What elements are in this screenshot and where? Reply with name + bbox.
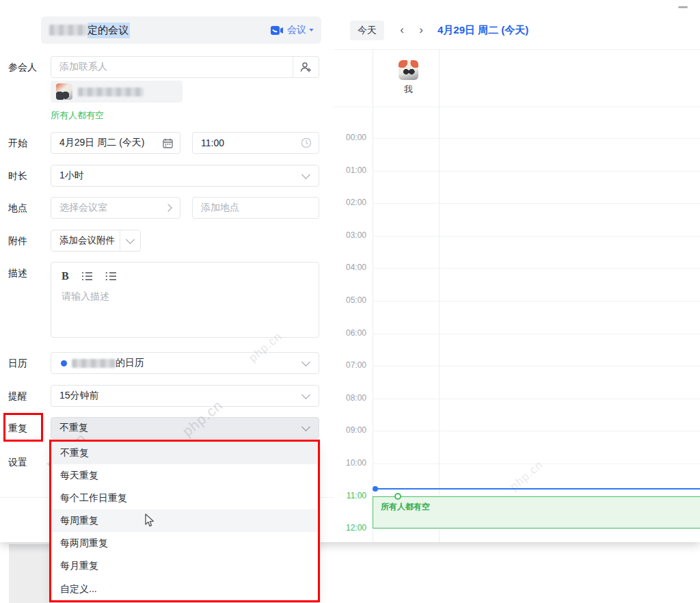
start-date-value: 4月29日 周二 (今天) — [51, 137, 144, 149]
add-person-button[interactable] — [293, 62, 319, 73]
participant-chip[interactable] — [51, 81, 183, 103]
next-day-button[interactable]: › — [414, 23, 428, 37]
meeting-room-placeholder: 选择会议室 — [51, 202, 107, 214]
grid-vline — [439, 49, 440, 542]
meeting-room-select[interactable]: 选择会议室 — [51, 197, 180, 219]
participant-avatar — [56, 83, 72, 100]
hour-gridline — [373, 366, 700, 366]
clock-icon — [301, 137, 312, 148]
meeting-type-selector[interactable]: 会议 — [271, 24, 313, 36]
prev-day-button[interactable]: ‹ — [395, 23, 409, 37]
start-time-value: 11:00 — [193, 137, 224, 148]
add-attachment-button[interactable]: 添加会议附件 — [51, 230, 141, 252]
hour-gridline — [373, 236, 700, 237]
attachment-dropdown-toggle[interactable] — [120, 239, 140, 243]
availability-status: 所有人都有空 — [51, 109, 104, 122]
event-block[interactable]: 所有人都有空 — [373, 496, 700, 528]
today-button[interactable]: 今天 — [350, 21, 384, 40]
repeat-option[interactable]: 每个工作日重复 — [51, 487, 318, 509]
calendar-select[interactable]: 的日历 — [51, 352, 319, 374]
event-resize-handle[interactable] — [394, 493, 401, 500]
duration-label: 时长 — [8, 170, 27, 183]
unordered-list-icon[interactable] — [105, 271, 117, 281]
chevron-down-icon — [301, 170, 310, 179]
grid-top-line — [334, 107, 700, 107]
chevron-right-icon — [164, 204, 172, 211]
mouse-cursor — [145, 513, 157, 528]
hour-label: 07:00 — [336, 360, 366, 370]
description-editor[interactable]: B 请输入描述 — [51, 262, 319, 338]
calendar-color-dot — [61, 360, 67, 366]
hour-label: 02:00 — [336, 198, 366, 207]
screenshot-canvas: php.cn php.cn php.cn php.cn 定的会议 会议 参会人 … — [0, 0, 700, 603]
hour-label: 03:00 — [336, 230, 366, 240]
hour-gridline — [373, 268, 700, 269]
repeat-option[interactable]: 每周重复 — [51, 509, 318, 532]
hour-label: 05:00 — [336, 295, 366, 305]
hour-label: 10:00 — [336, 458, 366, 468]
hour-label: 04:00 — [336, 263, 366, 272]
start-label: 开始 — [8, 137, 27, 150]
reminder-select[interactable]: 15分钟前 — [51, 385, 319, 407]
blurred-participant-name — [78, 88, 144, 96]
date-title: 4月29日 周二 (今天) — [438, 24, 528, 37]
blurred-title-prefix — [49, 25, 88, 36]
attachment-label: 附件 — [8, 235, 27, 247]
chevron-down-icon — [301, 358, 310, 366]
me-label: 我 — [399, 83, 418, 96]
add-attachment-text: 添加会议附件 — [51, 234, 115, 247]
address-placeholder: 添加地点 — [193, 202, 239, 214]
address-input[interactable]: 添加地点 — [192, 197, 319, 219]
description-placeholder: 请输入描述 — [51, 282, 319, 303]
hour-label: 01:00 — [336, 165, 366, 175]
video-camera-icon — [271, 25, 284, 36]
scrollbar-thumb[interactable] — [678, 6, 688, 8]
hour-label: 00:00 — [336, 133, 366, 142]
start-time-picker[interactable]: 11:00 — [192, 132, 319, 154]
my-avatar — [399, 60, 418, 80]
calendar-field-label: 日历 — [8, 358, 27, 370]
repeat-label: 重复 — [8, 423, 27, 435]
repeat-select[interactable]: 不重复 — [51, 417, 319, 439]
hour-label: 06:00 — [336, 328, 366, 338]
hour-gridline — [373, 399, 700, 399]
location-label: 地点 — [8, 202, 27, 215]
blurred-calendar-owner — [72, 359, 116, 368]
hour-label: 08:00 — [336, 393, 366, 403]
chevron-down-icon — [301, 423, 310, 431]
calendar-value-suffix: 的日历 — [116, 357, 144, 369]
calendar-icon — [163, 138, 173, 148]
repeat-option[interactable]: 每月重复 — [51, 554, 318, 577]
current-time-dot — [373, 486, 378, 492]
reminder-value: 15分钟前 — [51, 390, 99, 402]
title-selected-text: 定的会议 — [88, 23, 130, 38]
hour-gridline — [373, 138, 700, 139]
chevron-down-icon — [309, 29, 313, 31]
bold-button[interactable]: B — [62, 270, 69, 282]
repeat-value: 不重复 — [51, 422, 88, 434]
hour-gridline — [373, 528, 700, 529]
hour-gridline — [373, 334, 700, 334]
meeting-title-input[interactable]: 定的会议 会议 — [41, 16, 321, 44]
ordered-list-icon[interactable] — [81, 271, 93, 281]
grid-vline — [373, 49, 373, 542]
hour-label: 12:00 — [336, 523, 366, 533]
participants-input[interactable]: 添加联系人 — [51, 56, 319, 78]
current-time-line — [373, 488, 700, 490]
hour-gridline — [373, 301, 700, 302]
add-person-icon — [300, 62, 312, 73]
header-divider — [334, 49, 700, 50]
hour-gridline — [373, 171, 700, 172]
settings-label: 设置 — [8, 457, 27, 469]
participants-label: 参会人 — [8, 62, 37, 74]
description-label: 描述 — [8, 267, 27, 280]
participants-placeholder: 添加联系人 — [51, 61, 107, 73]
hour-gridline — [373, 431, 700, 431]
meeting-type-label: 会议 — [287, 24, 306, 36]
repeat-option[interactable]: 每两周重复 — [51, 532, 318, 554]
repeat-option[interactable]: 不重复 — [51, 442, 318, 464]
duration-select[interactable]: 1小时 — [51, 165, 319, 187]
repeat-option[interactable]: 自定义... — [51, 578, 318, 600]
repeat-option[interactable]: 每天重复 — [51, 464, 318, 487]
start-date-picker[interactable]: 4月29日 周二 (今天) — [51, 132, 180, 154]
